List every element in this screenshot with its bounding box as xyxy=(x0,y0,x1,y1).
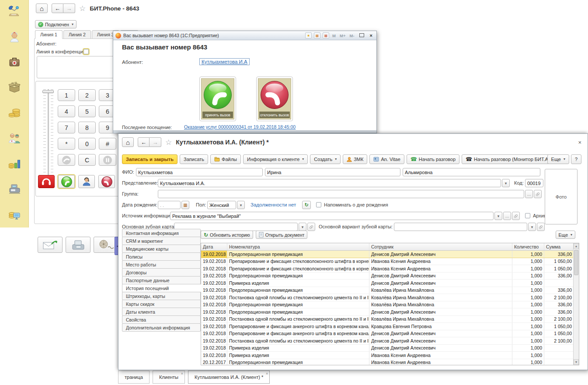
last-name-field[interactable] xyxy=(136,168,263,176)
refresh-debt-button[interactable]: ↻ xyxy=(302,201,311,209)
group-open-link-button[interactable] xyxy=(534,190,542,198)
open-document-button[interactable]: Открыть документ xyxy=(256,231,308,239)
accept-call-button[interactable]: принять вызов xyxy=(199,77,236,121)
gender-select[interactable]: Женский xyxy=(207,201,236,209)
memory-mminus-button[interactable]: M- xyxy=(348,33,355,38)
archive-checkbox[interactable] xyxy=(525,213,530,218)
key-hash[interactable]: # xyxy=(99,138,116,150)
key-1[interactable]: 1 xyxy=(58,89,75,101)
key-7[interactable]: 7 xyxy=(58,122,75,133)
last-visit-link[interactable]: Оказание услуг 00000000341 от 19.02.2018… xyxy=(184,124,296,130)
supplies-box-icon[interactable] xyxy=(7,80,22,94)
side-tab[interactable]: Полисы xyxy=(122,252,201,261)
key-8[interactable]: 8 xyxy=(78,122,96,133)
client-favorite-star-icon[interactable]: ☆ xyxy=(165,139,172,146)
home-button[interactable]: ⌂ xyxy=(36,4,48,13)
send-mail-button[interactable] xyxy=(38,237,63,253)
table-row[interactable]: 19.02.2018Постановка одной пломбы из сте… xyxy=(201,294,579,301)
favorites-icon[interactable]: ★ xyxy=(305,32,312,38)
client-forward-button[interactable]: → xyxy=(150,137,161,147)
client-close-button[interactable]: × xyxy=(578,139,581,146)
side-tab[interactable]: Даты клиента xyxy=(122,308,201,316)
side-tab[interactable]: Паспортные данные xyxy=(122,276,201,284)
an-vitae-button[interactable]: An. Vitae xyxy=(369,154,404,164)
client-info-button[interactable]: Информация о клиенте▾ xyxy=(243,154,308,164)
phone-station-icon[interactable] xyxy=(7,182,22,196)
decline-call-button[interactable]: отклонить вызов xyxy=(256,77,293,121)
table-row[interactable]: 19.02.2018Постановка одной пломбы из сте… xyxy=(201,337,579,345)
key-4[interactable]: 4 xyxy=(58,105,75,117)
answer-call-button[interactable] xyxy=(58,175,75,188)
tab-close-icon[interactable]: × xyxy=(266,371,268,376)
hold-call-button[interactable] xyxy=(99,154,116,166)
table-row[interactable]: 19.02.2018Предоперационная премедикацияД… xyxy=(201,308,579,316)
dialog-titlebar[interactable]: Вас вызывает номер 8643 (1С:Предприятие)… xyxy=(113,31,376,40)
repr-dropdown-button[interactable]: ▾ xyxy=(502,179,510,187)
table-scrollbar[interactable]: ▲ ▼ xyxy=(573,243,579,365)
abonent-link[interactable]: Кутлыахметова И.А xyxy=(199,58,250,65)
line-tab-1[interactable]: Линия 1 xyxy=(35,30,63,39)
dental-dropdown-button[interactable]: ▾ xyxy=(299,223,306,231)
column-header-4[interactable]: Количество xyxy=(512,243,544,250)
transfer-call-button[interactable] xyxy=(58,154,75,166)
table-row[interactable]: 19.02.2018Предоперационная премедикацияК… xyxy=(201,301,579,309)
source-dropdown-button[interactable]: ▾ xyxy=(494,212,502,220)
key-star[interactable]: * xyxy=(58,138,75,150)
table-row[interactable]: 19.02.2018Примерка изделияДенисов Дмитри… xyxy=(201,345,579,352)
client-more-button[interactable]: Еще▾ xyxy=(547,154,569,164)
taskbar-tab[interactable]: Кутлыахметова И.А. (Клиент) *× xyxy=(188,371,270,384)
middle-name-field[interactable] xyxy=(403,168,540,176)
side-tab[interactable]: Свойства xyxy=(122,315,201,324)
help-button[interactable]: ? xyxy=(571,154,581,164)
dental-variant-open-link-button[interactable] xyxy=(537,223,545,231)
taskbar-tab[interactable]: траница xyxy=(118,371,150,384)
debt-status-link[interactable]: Задолженности нет xyxy=(251,202,296,207)
group-field[interactable] xyxy=(158,190,524,198)
side-tab[interactable]: Договоры xyxy=(122,268,201,276)
first-aid-case-icon[interactable] xyxy=(7,55,22,69)
memory-m-button[interactable]: M xyxy=(331,33,337,38)
column-header-2[interactable]: Номенклатура xyxy=(227,243,369,250)
key-5[interactable]: 5 xyxy=(78,105,96,117)
key-2[interactable]: 2 xyxy=(78,89,96,101)
first-name-field[interactable] xyxy=(265,168,400,176)
save-button[interactable]: Записать xyxy=(180,154,208,164)
side-tab[interactable]: Штрихкоды, карты xyxy=(122,292,201,300)
start-call-monitor-button[interactable]: ☎Начать разговор (Монитор БИТ.АТС) xyxy=(462,154,560,164)
history-more-button[interactable]: Еще▾ xyxy=(556,231,575,239)
favorite-star-icon[interactable]: ☆ xyxy=(79,5,86,12)
hangup-call-button[interactable] xyxy=(98,175,115,188)
maximize-button[interactable] xyxy=(358,33,366,38)
side-tab[interactable]: Контактная информация xyxy=(122,229,201,237)
refresh-history-button[interactable]: ↻ Обновить историю xyxy=(201,231,253,239)
client-back-button[interactable]: ← xyxy=(138,137,150,147)
group-choose-button[interactable]: … xyxy=(525,190,533,198)
source-choose-button[interactable]: … xyxy=(503,212,511,220)
taskbar-tab[interactable]: Клиенты× xyxy=(153,371,185,384)
files-button[interactable]: Файлы xyxy=(210,154,241,164)
calendar-icon[interactable]: ▦ xyxy=(323,32,329,38)
code-field[interactable] xyxy=(525,179,543,187)
side-tab[interactable]: CRM и маркетинг xyxy=(122,237,201,245)
zmk-button[interactable]: ЗМК xyxy=(343,154,367,164)
medical-staff-icon[interactable] xyxy=(7,131,22,145)
volume-slider-handle[interactable] xyxy=(42,90,54,93)
table-row[interactable]: 20.12.2017Предоперационная премедикацияИ… xyxy=(201,359,579,366)
lamp-workplace-icon[interactable] xyxy=(7,4,22,18)
side-tab[interactable]: Медицинские карты xyxy=(122,245,201,253)
calendar-picker-button[interactable]: ▦ xyxy=(181,201,189,209)
dental-variant-field[interactable] xyxy=(394,223,527,231)
scroll-up-icon[interactable]: ▲ xyxy=(574,243,579,249)
money-computer-icon[interactable] xyxy=(7,207,22,221)
side-tab[interactable]: Карты скидок xyxy=(122,300,201,308)
column-header-3[interactable]: Сотрудник xyxy=(369,243,512,250)
finance-report-icon[interactable] xyxy=(7,157,22,171)
table-row[interactable]: 19.02.2018Примерка изделияДенисов Дмитри… xyxy=(201,280,579,287)
table-row[interactable]: 19.02.2018Предоперационная премедикацияД… xyxy=(201,273,579,280)
source-open-link-button[interactable] xyxy=(512,212,520,220)
side-tab[interactable]: Дополнительная информация xyxy=(122,323,201,332)
memory-mplus-button[interactable]: M+ xyxy=(339,33,346,38)
start-call-button[interactable]: ☎Начать разговор xyxy=(407,154,459,164)
scroll-down-icon[interactable]: ▼ xyxy=(574,359,579,365)
table-row[interactable]: 19.02.2018Постановка одной пломбы из сте… xyxy=(201,316,579,323)
